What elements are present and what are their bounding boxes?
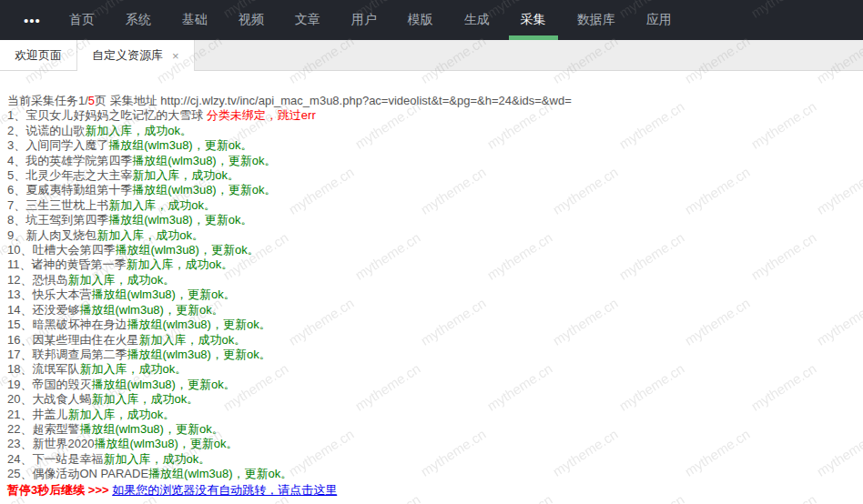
- log-status: 播放组(wlm3u8)，更新ok。: [79, 303, 223, 317]
- log-status: 分类未绑定，跳过err: [207, 108, 316, 122]
- log-num: 9、: [7, 228, 25, 242]
- log-title: 坑王驾到第四季: [25, 213, 108, 227]
- log-title: 说谎的山歌: [25, 124, 85, 137]
- nav-item-user[interactable]: 用户: [336, 0, 392, 40]
- log-title: 夏威夷特勤组第十季: [25, 183, 132, 197]
- log-line: 24、下一站是幸福新加入库，成功ok。: [7, 452, 856, 467]
- log-line: 4、我的英雄学院第四季播放组(wlm3u8)，更新ok。: [7, 154, 856, 168]
- log-num: 13、: [7, 287, 32, 301]
- log-line: 10、吐槽大会第四季播放组(wlm3u8)，更新ok。: [7, 243, 856, 257]
- log-title: 下一站是幸福: [32, 452, 103, 466]
- log-line: 2、说谎的山歌新加入库，成功ok。: [7, 124, 856, 138]
- task-page-current: 1/: [78, 94, 88, 107]
- task-prefix: 当前采集任务: [7, 94, 78, 107]
- log-title: 暗黑破坏神在身边: [32, 318, 127, 331]
- log-status: 播放组(wlm3u8)，更新ok。: [132, 154, 276, 167]
- log-title: 帝国的毁灭: [32, 378, 91, 391]
- nav-item-app[interactable]: 应用: [631, 0, 687, 40]
- log-num: 12、: [7, 273, 32, 287]
- log-num: 24、: [7, 452, 32, 466]
- log-num: 2、: [7, 124, 25, 137]
- log-line: 17、联邦调查局第二季播放组(wlm3u8)，更新ok。: [7, 348, 856, 362]
- log-line: 9、新人肉叉烧包新加入库，成功ok。: [7, 228, 856, 243]
- log-title: 流氓军队: [32, 362, 79, 376]
- tab-welcome-label: 欢迎页面: [15, 47, 62, 64]
- nav-item-system[interactable]: 系统: [110, 0, 167, 40]
- task-page-total: 5: [88, 94, 95, 107]
- log-line: 8、坑王驾到第四季播放组(wlm3u8)，更新ok。: [7, 213, 856, 227]
- log-title: 超索型警: [32, 422, 79, 436]
- top-nav: ••• 首页 系统 基础 视频 文章 用户 模版 生成 采集 数据库 应用: [0, 0, 863, 40]
- log-title: 恐惧岛: [32, 273, 67, 287]
- log-num: 6、: [7, 183, 25, 197]
- tab-welcome[interactable]: 欢迎页面: [0, 40, 77, 70]
- log-status: 新加入库，成功ok。: [91, 392, 198, 406]
- log-title: 井盖儿: [32, 408, 67, 421]
- nav-item-home[interactable]: 首页: [54, 0, 110, 40]
- task-page-suffix: 页 采集地址: [95, 94, 160, 107]
- log-status: 新加入库，成功ok。: [127, 257, 234, 271]
- manual-jump-link[interactable]: 如果您的浏览器没有自动跳转，请点击这里: [112, 483, 337, 497]
- more-menu-icon[interactable]: •••: [0, 0, 54, 40]
- pause-countdown-text: 暂停3秒后继续 >>>: [7, 483, 112, 497]
- log-title: 大战食人蝎: [32, 392, 91, 406]
- log-title: 快乐大本营: [32, 287, 91, 301]
- log-status: 新加入库，成功ok。: [67, 273, 175, 287]
- log-status: 新加入库，成功ok。: [85, 124, 192, 137]
- log-num: 16、: [7, 333, 32, 347]
- log-line: 19、帝国的毁灭播放组(wlm3u8)，更新ok。: [7, 378, 856, 392]
- nav-item-template[interactable]: 模版: [392, 0, 449, 40]
- log-line: 11、诸神的黄昏第一季新加入库，成功ok。: [7, 257, 856, 272]
- log-num: 7、: [7, 198, 25, 212]
- log-status: 播放组(wlm3u8)，更新ok。: [91, 378, 235, 391]
- log-status: 播放组(wlm3u8)，更新ok。: [148, 467, 292, 480]
- log-status: 播放组(wlm3u8)，更新ok。: [127, 348, 270, 361]
- log-num: 11、: [7, 257, 32, 271]
- log-title: 偶像活动ON PARADE: [32, 467, 148, 480]
- log-status: 新加入库，成功ok。: [132, 168, 239, 182]
- nav-item-basic[interactable]: 基础: [167, 0, 223, 40]
- task-header: 当前采集任务1/5页 采集地址 http://cj.wlzy.tv/inc/ap…: [7, 94, 856, 108]
- close-tab-icon[interactable]: ×: [172, 49, 179, 63]
- nav-item-collect[interactable]: 采集: [505, 0, 562, 40]
- nav-item-video[interactable]: 视频: [223, 0, 279, 40]
- log-status: 新加入库，成功ok。: [103, 452, 210, 466]
- log-line: 5、北灵少年志之大主宰新加入库，成功ok。: [7, 168, 856, 183]
- nav-items: 首页 系统 基础 视频 文章 用户 模版 生成 采集 数据库 应用: [54, 0, 687, 40]
- log-num: 3、: [7, 138, 25, 152]
- log-status: 播放组(wlm3u8)，更新ok。: [79, 422, 223, 436]
- log-line: 1、宝贝女儿好妈妈之吃记忆的大雪球 分类未绑定，跳过err: [7, 108, 856, 123]
- log-status: 新加入库，成功ok。: [108, 198, 216, 212]
- log-title: 北灵少年志之大主宰: [25, 168, 132, 182]
- log-line: 12、恐惧岛新加入库，成功ok。: [7, 273, 856, 287]
- log-num: 19、: [7, 378, 32, 391]
- log-num: 4、: [7, 154, 25, 167]
- log-title: 诸神的黄昏第一季: [32, 257, 127, 271]
- log-num: 14、: [7, 303, 32, 317]
- nav-item-database[interactable]: 数据库: [562, 0, 631, 40]
- log-line: 21、井盖儿新加入库，成功ok。: [7, 408, 856, 422]
- log-line: 23、新世界2020播放组(wlm3u8)，更新ok。: [7, 437, 856, 451]
- nav-item-generate[interactable]: 生成: [449, 0, 505, 40]
- log-num: 22、: [7, 422, 32, 436]
- log-status: 播放组(wlm3u8)，更新ok。: [108, 138, 252, 152]
- nav-item-article[interactable]: 文章: [279, 0, 336, 40]
- log-title: 新世界2020: [32, 437, 94, 450]
- log-num: 25、: [7, 467, 32, 480]
- log-line: 22、超索型警播放组(wlm3u8)，更新ok。: [7, 422, 856, 437]
- log-num: 1、: [7, 108, 25, 122]
- log-line: 18、流氓军队新加入库，成功ok。: [7, 362, 856, 377]
- log-num: 18、: [7, 362, 32, 376]
- log-status: 新加入库，成功ok。: [79, 362, 187, 376]
- tab-custom-resource[interactable]: 自定义资源库 ×: [77, 40, 195, 71]
- log-num: 5、: [7, 168, 25, 182]
- log-title: 联邦调查局第二季: [32, 348, 127, 361]
- log-title: 入间同学入魔了: [25, 138, 108, 152]
- tab-custom-resource-label: 自定义资源库: [92, 47, 163, 64]
- collect-log-panel: 当前采集任务1/5页 采集地址 http://cj.wlzy.tv/inc/ap…: [0, 71, 863, 498]
- log-title: 新人肉叉烧包: [25, 228, 96, 242]
- log-num: 20、: [7, 392, 32, 406]
- log-status: 播放组(wlm3u8)，更新ok。: [115, 243, 259, 257]
- log-status: 新加入库，成功ok。: [138, 333, 246, 347]
- log-line: 13、快乐大本营播放组(wlm3u8)，更新ok。: [7, 287, 856, 302]
